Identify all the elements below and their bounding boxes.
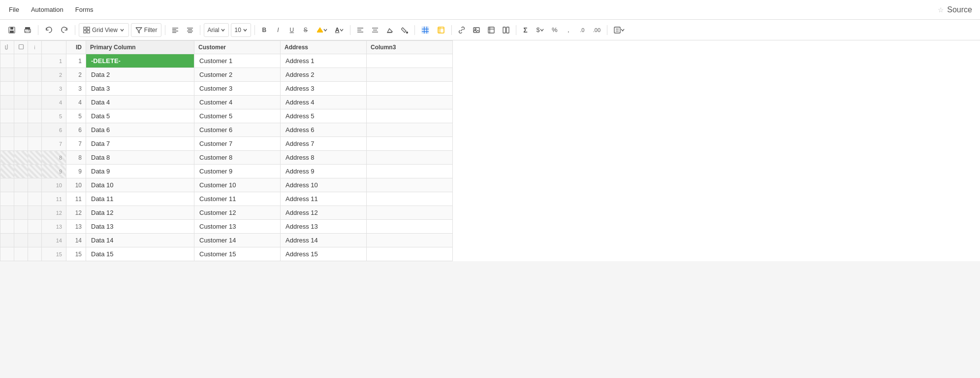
- col-col3-header[interactable]: Column3: [367, 41, 453, 54]
- row-primary-cell[interactable]: Data 6: [86, 123, 194, 137]
- row-primary-cell[interactable]: Data 13: [86, 220, 194, 234]
- row-primary-cell[interactable]: Data 15: [86, 247, 194, 261]
- row-address-cell[interactable]: Address 11: [281, 192, 367, 206]
- strike-button[interactable]: S: [300, 23, 312, 37]
- print-button[interactable]: [21, 23, 34, 37]
- row-customer-cell[interactable]: Customer 4: [194, 96, 281, 109]
- row-customer-cell[interactable]: Customer 9: [194, 165, 281, 178]
- row-customer-cell[interactable]: Customer 10: [194, 178, 281, 192]
- highlight-button[interactable]: [314, 23, 330, 37]
- row-primary-cell[interactable]: Data 12: [86, 206, 194, 220]
- text-align-center-button[interactable]: [369, 23, 381, 37]
- table-row[interactable]: 33Data 3Customer 3Address 3: [0, 82, 453, 96]
- more-format-button[interactable]: [611, 23, 628, 37]
- text-align-left-button[interactable]: [354, 23, 367, 37]
- link-button[interactable]: [455, 23, 468, 37]
- row-id-cell[interactable]: 11: [66, 192, 86, 206]
- row-address-cell[interactable]: Address 14: [281, 234, 367, 247]
- menu-file[interactable]: File: [8, 4, 20, 15]
- row-address-cell[interactable]: Address 6: [281, 123, 367, 137]
- row-primary-cell[interactable]: Data 3: [86, 82, 194, 96]
- row-customer-cell[interactable]: Customer 3: [194, 82, 281, 96]
- table-row[interactable]: 1111Data 11Customer 11Address 11: [0, 192, 453, 206]
- table-row[interactable]: 22Data 2Customer 2Address 2: [0, 68, 453, 82]
- grid-view-dropdown[interactable]: Grid View: [79, 23, 129, 37]
- underline-button[interactable]: U: [286, 23, 298, 37]
- highlight-table-button[interactable]: [434, 23, 448, 37]
- currency-button[interactable]: $: [534, 23, 547, 37]
- row-id-cell[interactable]: 9: [66, 165, 86, 178]
- row-id-cell[interactable]: 12: [66, 206, 86, 220]
- table-row[interactable]: 99Data 9Customer 9Address 9: [0, 165, 453, 178]
- col-customer-header[interactable]: Customer: [194, 41, 281, 54]
- row-primary-cell[interactable]: Data 4: [86, 96, 194, 109]
- row-customer-cell[interactable]: Customer 5: [194, 109, 281, 123]
- percent-button[interactable]: %: [549, 23, 561, 37]
- row-address-cell[interactable]: Address 4: [281, 96, 367, 109]
- row-col3-cell[interactable]: [367, 220, 453, 234]
- row-primary-cell[interactable]: Data 2: [86, 68, 194, 82]
- font-dropdown[interactable]: Arial: [204, 23, 229, 37]
- row-address-cell[interactable]: Address 5: [281, 109, 367, 123]
- row-customer-cell[interactable]: Customer 15: [194, 247, 281, 261]
- row-col3-cell[interactable]: [367, 54, 453, 68]
- row-col3-cell[interactable]: [367, 109, 453, 123]
- row-primary-cell[interactable]: Data 5: [86, 109, 194, 123]
- row-id-cell[interactable]: 3: [66, 82, 86, 96]
- size-dropdown[interactable]: 10: [231, 23, 251, 37]
- row-address-cell[interactable]: Address 9: [281, 165, 367, 178]
- expand-button[interactable]: [485, 23, 498, 37]
- row-col3-cell[interactable]: [367, 137, 453, 151]
- table-row[interactable]: 11-DELETE-Customer 1Address 1: [0, 54, 453, 68]
- row-col3-cell[interactable]: [367, 206, 453, 220]
- menu-forms[interactable]: Forms: [74, 4, 95, 15]
- row-customer-cell[interactable]: Customer 12: [194, 206, 281, 220]
- comma-button[interactable]: ,: [563, 23, 574, 37]
- row-customer-cell[interactable]: Customer 7: [194, 137, 281, 151]
- table-row[interactable]: 44Data 4Customer 4Address 4: [0, 96, 453, 109]
- row-customer-cell[interactable]: Customer 11: [194, 192, 281, 206]
- row-id-cell[interactable]: 8: [66, 151, 86, 165]
- row-address-cell[interactable]: Address 8: [281, 151, 367, 165]
- row-customer-cell[interactable]: Customer 8: [194, 151, 281, 165]
- row-col3-cell[interactable]: [367, 234, 453, 247]
- row-col3-cell[interactable]: [367, 247, 453, 261]
- grid-table-button[interactable]: [418, 23, 432, 37]
- row-col3-cell[interactable]: [367, 178, 453, 192]
- row-id-cell[interactable]: 2: [66, 68, 86, 82]
- column-button[interactable]: [500, 23, 512, 37]
- row-address-cell[interactable]: Address 2: [281, 68, 367, 82]
- clear-format-button[interactable]: [383, 23, 396, 37]
- table-row[interactable]: 1212Data 12Customer 12Address 12: [0, 206, 453, 220]
- row-customer-cell[interactable]: Customer 2: [194, 68, 281, 82]
- align-left-button[interactable]: [169, 23, 182, 37]
- row-col3-cell[interactable]: [367, 68, 453, 82]
- text-color-button[interactable]: A: [332, 23, 347, 37]
- table-row[interactable]: 1313Data 13Customer 13Address 13: [0, 220, 453, 234]
- sum-button[interactable]: Σ: [520, 23, 532, 37]
- row-address-cell[interactable]: Address 1: [281, 54, 367, 68]
- row-id-cell[interactable]: 10: [66, 178, 86, 192]
- paint-bucket-button[interactable]: [398, 23, 411, 37]
- row-primary-cell[interactable]: Data 7: [86, 137, 194, 151]
- col-id-header[interactable]: ID: [66, 41, 86, 54]
- row-address-cell[interactable]: Address 10: [281, 178, 367, 192]
- row-id-cell[interactable]: 6: [66, 123, 86, 137]
- row-address-cell[interactable]: Address 15: [281, 247, 367, 261]
- row-id-cell[interactable]: 5: [66, 109, 86, 123]
- row-col3-cell[interactable]: [367, 192, 453, 206]
- row-customer-cell[interactable]: Customer 6: [194, 123, 281, 137]
- row-id-cell[interactable]: 13: [66, 220, 86, 234]
- row-id-cell[interactable]: 14: [66, 234, 86, 247]
- row-primary-cell[interactable]: Data 9: [86, 165, 194, 178]
- align-center-button[interactable]: [184, 23, 196, 37]
- table-row[interactable]: 1515Data 15Customer 15Address 15: [0, 247, 453, 261]
- row-col3-cell[interactable]: [367, 123, 453, 137]
- row-customer-cell[interactable]: Customer 13: [194, 220, 281, 234]
- table-row[interactable]: 1010Data 10Customer 10Address 10: [0, 178, 453, 192]
- row-address-cell[interactable]: Address 12: [281, 206, 367, 220]
- filter-button[interactable]: Filter: [131, 23, 162, 37]
- row-customer-cell[interactable]: Customer 14: [194, 234, 281, 247]
- redo-button[interactable]: [58, 23, 71, 37]
- row-address-cell[interactable]: Address 3: [281, 82, 367, 96]
